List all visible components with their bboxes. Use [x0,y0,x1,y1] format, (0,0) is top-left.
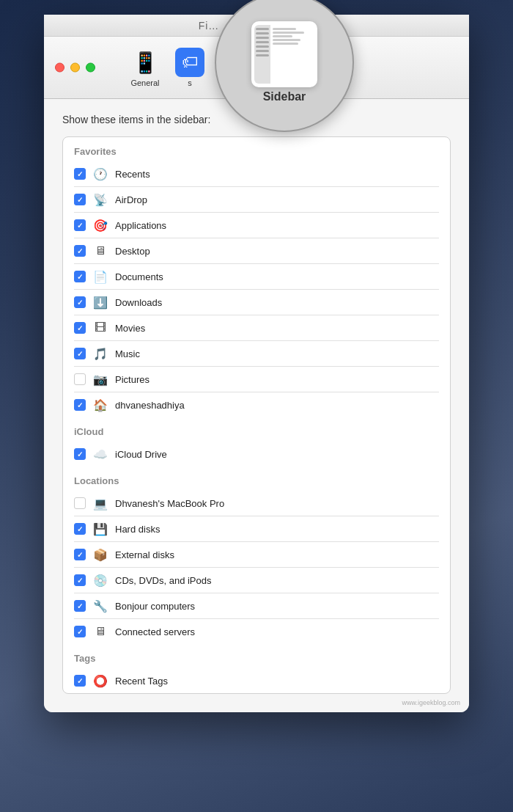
watermark: www.igeekblog.com [402,699,460,706]
downloads-checkbox[interactable] [74,296,86,308]
recents-icon: 🕐 [93,167,108,181]
desktop-label: Desktop [115,246,150,257]
macbook-label: Dhvanesh's MacBook Pro [115,498,224,509]
documents-checkbox[interactable] [74,271,86,282]
external-disks-item[interactable]: 📦 External disks [63,542,450,567]
recents-checkbox[interactable] [74,168,86,180]
music-label: Music [115,348,140,359]
connected-servers-item[interactable]: 🖥 Connected servers [63,619,450,644]
icloud-drive-icon: ☁️ [93,447,108,461]
macbook-item[interactable]: 💻 Dhvanesh's MacBook Pro [63,491,450,516]
hard-disks-icon: 💾 [93,522,108,536]
connected-servers-label: Connected servers [115,626,195,637]
favorites-header: Favorites [63,137,450,161]
external-disks-label: External disks [115,549,174,560]
bonjour-label: Bonjour computers [115,601,195,612]
cds-dvds-checkbox[interactable] [74,574,86,586]
airdrop-item[interactable]: 📡 AirDrop [63,187,450,212]
close-button[interactable] [55,63,64,73]
tags-toolbar-label: s [188,78,192,87]
cds-dvds-label: CDs, DVDs, and iPods [115,575,212,586]
recents-label: Recents [115,169,150,180]
macbook-checkbox[interactable] [74,497,86,509]
music-item[interactable]: 🎵 Music [63,341,450,366]
downloads-icon: ⬇️ [93,295,108,310]
documents-item[interactable]: 📄 Documents [63,264,450,289]
airdrop-icon: 📡 [93,192,108,207]
home-label: dhvaneshadhiya [115,400,185,411]
general-icon: 📱 [130,48,160,77]
downloads-label: Downloads [115,297,162,308]
home-item[interactable]: 🏠 dhvaneshadhiya [63,392,450,417]
general-label: General [130,78,159,87]
recent-tags-item[interactable]: ⭕ Recent Tags [63,668,450,693]
icloud-drive-checkbox[interactable] [74,448,86,460]
applications-icon: 🎯 [93,218,108,233]
desktop-icon: 🖥 [93,244,108,258]
pictures-item[interactable]: 📷 Pictures [63,367,450,392]
airdrop-checkbox[interactable] [74,194,86,205]
desktop-item[interactable]: 🖥 Desktop [63,238,450,263]
magnifier-label: Sidebar [263,90,306,103]
applications-item[interactable]: 🎯 Applications [63,213,450,238]
cds-dvds-icon: 💿 [93,573,108,588]
movies-icon: 🎞 [93,321,108,335]
minimize-button[interactable] [70,63,80,73]
pictures-icon: 📷 [93,372,108,387]
documents-label: Documents [115,271,163,282]
home-checkbox[interactable] [74,399,86,411]
movies-checkbox[interactable] [74,322,86,334]
connected-servers-checkbox[interactable] [74,626,86,637]
finder-preferences-window: Fi… references [44,15,469,712]
home-icon: 🏠 [93,398,108,412]
recent-tags-label: Recent Tags [115,676,168,687]
connected-servers-icon: 🖥 [93,624,108,639]
icloud-drive-label: iCloud Drive [115,449,167,460]
documents-icon: 📄 [93,269,108,284]
toolbar-general[interactable]: 📱 General [125,44,166,91]
hard-disks-label: Hard disks [115,524,160,535]
bonjour-item[interactable]: 🔧 Bonjour computers [63,593,450,618]
desktop-checkbox[interactable] [74,245,86,257]
locations-header: Locations [63,467,450,491]
bonjour-checkbox[interactable] [74,600,86,612]
external-disks-icon: 📦 [93,547,108,562]
external-disks-checkbox[interactable] [74,549,86,560]
toolbar: Sidebar 📱 General 🏷 s [44,37,469,99]
hard-disks-item[interactable]: 💾 Hard disks [63,516,450,541]
bonjour-icon: 🔧 [93,599,108,613]
macbook-icon: 💻 [93,496,108,511]
recent-tags-checkbox[interactable] [74,675,86,687]
movies-label: Movies [115,323,145,334]
tags-header: Tags [63,644,450,668]
cds-dvds-item[interactable]: 💿 CDs, DVDs, and iPods [63,568,450,593]
downloads-item[interactable]: ⬇️ Downloads [63,290,450,315]
applications-checkbox[interactable] [74,219,86,231]
traffic-lights [55,63,95,73]
recent-tags-icon: ⭕ [93,673,108,688]
pictures-checkbox[interactable] [74,373,86,385]
maximize-button[interactable] [86,63,95,73]
recents-item[interactable]: 🕐 Recents [63,161,450,186]
preferences-content: Show these items in the sidebar: Favorit… [44,99,469,712]
movies-item[interactable]: 🎞 Movies [63,315,450,340]
pictures-label: Pictures [115,374,150,385]
icloud-header: iCloud [63,417,450,442]
sidebar-icon-magnified [251,21,317,87]
music-icon: 🎵 [93,346,108,361]
toolbar-tags[interactable]: 🏷 s [169,44,210,91]
sidebar-items-list: Favorites 🕐 Recents 📡 AirDrop 🎯 Applicat… [62,136,451,694]
airdrop-label: AirDrop [115,194,147,205]
music-checkbox[interactable] [74,348,86,359]
applications-label: Applications [115,220,166,231]
icloud-drive-item[interactable]: ☁️ iCloud Drive [63,442,450,467]
tags-toolbar-icon: 🏷 [175,48,204,77]
hard-disks-checkbox[interactable] [74,523,86,535]
